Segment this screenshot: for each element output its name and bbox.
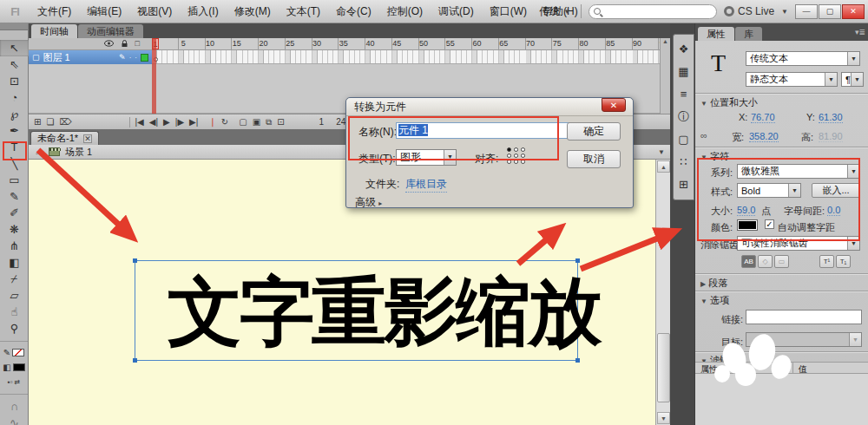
selection-handle[interactable]	[133, 358, 137, 363]
scene-label[interactable]: 场景 1	[65, 146, 92, 159]
rectangle-tool[interactable]: ▭	[0, 172, 29, 188]
document-close-icon[interactable]: ✕	[83, 134, 92, 143]
subscript-button[interactable]: T₁	[836, 255, 851, 268]
onion-skin-button[interactable]: ▢	[239, 117, 247, 127]
menu-control[interactable]: 控制(O)	[379, 0, 431, 23]
pencil-tool[interactable]: ✎	[0, 188, 29, 205]
width-value[interactable]: 358.20	[749, 131, 779, 142]
playhead[interactable]	[152, 38, 156, 114]
render-html-button[interactable]: ◇	[758, 255, 773, 268]
eyedropper-tool[interactable]: ⌿	[0, 271, 29, 287]
align-panel-icon[interactable]: ≡	[674, 83, 694, 106]
new-layer-button[interactable]: ⊞	[34, 117, 41, 127]
3d-rotation-tool[interactable]: ◔	[0, 89, 29, 106]
cs-live-button[interactable]: CS Live	[724, 5, 774, 17]
tab-timeline[interactable]: 时间轴	[31, 24, 77, 38]
code-snippets-panel-icon[interactable]: ∷	[674, 151, 694, 173]
transform-panel-icon[interactable]: ▢	[674, 128, 694, 151]
black-white-icon[interactable]: ▪▫	[8, 378, 13, 386]
layer-outline-color-swatch[interactable]	[141, 54, 148, 62]
layer-visible-dot[interactable]: ·	[129, 54, 132, 62]
document-tab[interactable]: 未命名-1* ✕	[30, 131, 99, 145]
section-position-size[interactable]: ▼位置和大小	[700, 96, 758, 109]
playback-button[interactable]: |◀	[135, 117, 144, 127]
dialog-title[interactable]: 转换为元件	[346, 98, 633, 116]
swap-colors-icon[interactable]: ⇄	[14, 378, 20, 386]
deco-tool[interactable]: ❋	[0, 221, 29, 238]
selectable-text-button[interactable]: AB	[741, 255, 756, 268]
selection-tool[interactable]: ↖	[0, 40, 29, 56]
playback-button[interactable]: ▶|	[189, 117, 198, 127]
pen-tool[interactable]: ✒	[0, 122, 29, 139]
selection-handle[interactable]	[133, 258, 137, 263]
swatches-panel-icon[interactable]: ▦	[674, 61, 694, 83]
x-value[interactable]: 76.70	[751, 112, 775, 123]
close-button[interactable]: ✕	[842, 4, 865, 19]
text-engine-dropdown[interactable]: 传统文本▼	[746, 51, 860, 66]
fill-color-control[interactable]: ◧	[0, 360, 28, 375]
menu-debug[interactable]: 调试(D)	[431, 0, 482, 23]
stroke-color-control[interactable]: ✎	[0, 345, 28, 360]
edit-scene-chevron-icon[interactable]: ▼	[658, 148, 665, 156]
timeline-ruler[interactable]: 1 5101520253035404550556065707580859095	[152, 38, 660, 50]
dialog-close-button[interactable]: ✕	[602, 98, 626, 112]
text-orientation-dropdown[interactable]: ¶▼	[841, 72, 864, 87]
tab-library[interactable]: 库	[735, 27, 762, 41]
workspace-switcher[interactable]: 传统▼	[536, 4, 574, 19]
maximize-button[interactable]: ▢	[819, 4, 841, 19]
snap-to-objects-magnet[interactable]: ∩	[0, 398, 29, 415]
scroll-up-icon[interactable]: ▲	[657, 160, 670, 173]
bone-tool[interactable]: ⋔	[0, 238, 29, 254]
playback-button[interactable]: ◀|	[149, 117, 158, 127]
minimize-button[interactable]: —	[795, 4, 818, 19]
text-type-dropdown[interactable]: 静态文本▼	[746, 72, 838, 87]
height-value[interactable]: 81.90	[819, 131, 843, 142]
menu-commands[interactable]: 命令(C)	[328, 0, 379, 23]
section-paragraph[interactable]: ▶段落	[700, 277, 727, 290]
timeline-scrollbar[interactable]: ▲	[660, 38, 670, 114]
outline-icon[interactable]: □	[135, 39, 140, 48]
cancel-button[interactable]: 取消	[567, 150, 621, 168]
menu-view[interactable]: 视图(V)	[129, 0, 180, 23]
playback-button[interactable]: ▶	[163, 117, 170, 127]
menu-edit[interactable]: 编辑(E)	[79, 0, 129, 23]
paint-bucket-tool[interactable]: ◧	[0, 254, 29, 271]
zoom-tool[interactable]: ⚲	[0, 320, 29, 337]
scroll-thumb[interactable]	[657, 333, 670, 402]
brush-tool[interactable]: ✐	[0, 205, 29, 221]
folder-link[interactable]: 库根目录	[405, 177, 447, 193]
subselection-tool[interactable]: ⇖	[0, 56, 29, 73]
menu-window[interactable]: 窗口(W)	[482, 0, 535, 23]
lasso-tool[interactable]: ℘	[0, 106, 29, 122]
advanced-toggle[interactable]: 高级 ▸	[355, 195, 382, 210]
search-input[interactable]	[589, 4, 717, 19]
stage-scrollbar[interactable]: ▲ ▼	[655, 160, 670, 425]
panel-grip[interactable]	[0, 23, 28, 30]
delete-layer-button[interactable]: ⌦	[59, 117, 71, 127]
onion-skin-button[interactable]: ⧉	[266, 117, 272, 128]
menu-file[interactable]: 文件(F)	[30, 0, 79, 23]
tab-properties[interactable]: 属性	[698, 27, 734, 41]
cs-live-chevron-icon[interactable]: ▼	[781, 8, 788, 16]
section-options[interactable]: ▼选项	[700, 294, 729, 307]
lock-icon[interactable]	[121, 40, 128, 48]
ok-button[interactable]: 确定	[567, 122, 621, 141]
y-value[interactable]: 61.30	[819, 112, 843, 123]
link-dimensions-icon[interactable]: ∞	[700, 130, 707, 141]
layer-row[interactable]: ▢ 图层 1 ✎ · ·	[29, 50, 152, 64]
onion-skin-button[interactable]: ▣	[253, 117, 260, 127]
menu-modify[interactable]: 修改(M)	[227, 0, 279, 23]
menu-insert[interactable]: 插入(I)	[180, 0, 226, 23]
layer-lock-dot[interactable]: ·	[135, 54, 137, 62]
loop-icon[interactable]: ↻	[221, 117, 228, 127]
components-panel-icon[interactable]: ⊞	[674, 173, 694, 196]
info-panel-icon[interactable]: ⓘ	[674, 106, 694, 128]
show-border-button[interactable]: ▭	[774, 255, 789, 268]
center-frame-icon[interactable]: ❘	[208, 117, 215, 127]
scroll-down-icon[interactable]: ▼	[657, 412, 670, 424]
stage-text[interactable]: 文字重影缩放	[168, 262, 600, 363]
frames-row[interactable]	[152, 50, 660, 64]
playback-button[interactable]: |▶	[175, 117, 184, 127]
smooth-option[interactable]: ∿	[0, 415, 29, 425]
free-transform-tool[interactable]: ⊡	[0, 73, 29, 89]
